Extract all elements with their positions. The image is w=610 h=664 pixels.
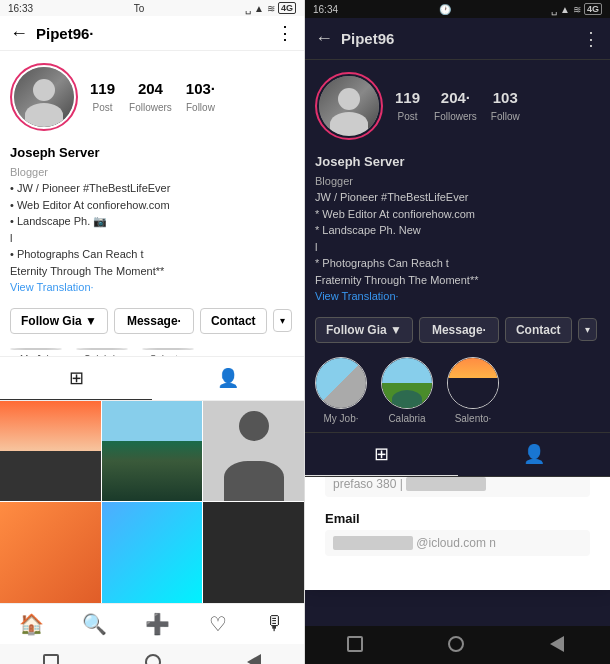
avatar-image-right [319,76,379,136]
bio-name-right: Joseph Server [315,152,600,172]
search-icon-left[interactable]: 🔍 [82,612,107,636]
tab-grid-right[interactable]: ⊞ [305,433,458,476]
status-time-right: 16:34 [313,4,338,15]
follow-button-right[interactable]: Follow Gia ▼ [315,317,413,343]
stats-right: 119 Post 204· Followers 103 Follow [395,89,520,124]
more-button-left[interactable]: ⋮ [276,22,294,44]
highlight-img-salento-right [448,358,498,408]
avatar-right[interactable] [315,72,383,140]
tab-tag-right[interactable]: 👤 [458,433,611,476]
avatar-image-left [14,67,74,127]
tag-icon-right: 👤 [523,443,545,465]
android-nav-right [305,626,610,664]
contact-email-value[interactable]: @icloud.com n [325,530,590,556]
bio-line-1-right: * Web Editor At confiorehow.com [315,206,600,223]
avatar-photo-left [14,67,74,127]
android-square-right[interactable] [347,636,365,654]
stat-followers-right: 204· Followers [434,89,477,124]
status-time-left: 16:33 [8,3,33,14]
bio-line-4-right: * Photographs Can Reach t [315,255,600,272]
tab-bar-left: ⊞ 👤 [0,356,304,401]
bio-line-5-left: Eternity Through The Moment** [10,263,294,280]
photo-cell-2-left[interactable] [102,401,203,502]
grid-icon-right: ⊞ [374,443,389,465]
dropdown-button-left[interactable]: ▾ [273,309,292,332]
highlight-myjob-right[interactable]: My Job· [315,357,367,424]
heart-icon-left[interactable]: ♡ [209,612,227,636]
highlight-calabria-right[interactable]: Calabria [381,357,433,424]
bio-name-left: Joseph Server [10,143,294,163]
android-square-shape-right [347,636,363,652]
action-buttons-right: Follow Gia ▼ Message· Contact ▾ [305,311,610,349]
status-bar-right: 16:34 🕐 ␣ ▲ ≋ 4G [305,0,610,18]
stat-posts-number-left: 119 [90,80,115,97]
mic-icon-left[interactable]: 🎙 [265,612,285,635]
android-circle-right[interactable] [448,636,466,654]
bio-line-3-right: l [315,239,600,256]
highlight-circle-salento-left [142,348,194,350]
4g-badge-right: 4G [584,3,602,15]
highlight-circle-calabria-left [76,348,128,350]
android-triangle-left[interactable] [247,654,261,664]
contact-call-value[interactable]: prefaso 380 | [325,477,590,498]
stat-posts-right: 119 Post [395,89,420,124]
wifi-icon-right: ≋ [573,4,581,15]
stat-followers-label-right: Followers [434,111,477,122]
message-button-right[interactable]: Message· [419,317,499,343]
bio-line-3-left: l [10,230,294,247]
signal-icon-right: ▲ [560,4,570,15]
dropdown-button-right[interactable]: ▾ [578,318,597,341]
nav-bar-right: ← Pipet96 ⋮ [305,18,610,60]
android-square-left[interactable] [43,654,59,664]
left-panel: 16:33 To ␣ ▲ ≋ 4G ← Pipet96· ⋮ 119 Post [0,0,305,664]
contact-overlay: Contact Call prefaso 380 | Email @icloud… [305,477,610,591]
add-icon-left[interactable]: ➕ [145,612,170,636]
wifi-icon: ≋ [267,3,275,14]
tab-grid-left[interactable]: ⊞ [0,357,152,400]
bio-line-4-left: • Photographs Can Reach t [10,246,294,263]
4g-badge: 4G [278,2,296,14]
signal-icon: ▲ [254,3,264,14]
profile-section-right: 119 Post 204· Followers 103 Follow [305,60,610,148]
android-circle-left[interactable] [145,654,161,664]
photo-cell-4-left[interactable] [0,502,101,603]
bio-line-0-right: JW / Pioneer #TheBestLifeEver [315,189,600,206]
stat-following-number-left: 103· [186,80,215,97]
tab-tag-left[interactable]: 👤 [152,357,304,400]
android-triangle-right[interactable] [550,636,568,654]
view-translation-right[interactable]: View Translation· [315,288,600,305]
photo-cell-1-left[interactable] [0,401,101,502]
right-panel: 16:34 🕐 ␣ ▲ ≋ 4G ← Pipet96 ⋮ 119 Post [305,0,610,664]
tag-icon-left: 👤 [217,367,239,389]
back-button-right[interactable]: ← [315,28,333,49]
profile-top-right: 119 Post 204· Followers 103 Follow [315,72,600,140]
photo-cell-5-left[interactable] [102,502,203,603]
contact-button-right[interactable]: Contact [505,317,572,343]
stat-following-label-left: Follow [186,102,215,113]
message-button-left[interactable]: Message· [114,308,194,334]
highlight-label-salento-right: Salento· [455,413,492,424]
stat-posts-label-left: Post [93,102,113,113]
contact-email-suffix: @icloud.com n [416,536,496,550]
bio-role-left: Blogger [10,164,294,181]
photo-grid-left [0,401,304,603]
photo-cell-6-left[interactable] [203,502,304,603]
view-translation-left[interactable]: View Translation· [10,279,294,296]
highlight-salento-right[interactable]: Salento· [447,357,499,424]
stat-following-label-right: Follow [491,111,520,122]
bio-line-1-left: • Web Editor At confiorehow.com [10,197,294,214]
more-button-right[interactable]: ⋮ [582,28,600,50]
bottom-nav-left: 🏠 🔍 ➕ ♡ 🎙 [0,603,304,644]
back-button-left[interactable]: ← [10,23,28,44]
follow-button-left[interactable]: Follow Gia ▼ [10,308,108,334]
status-icons-right: ␣ ▲ ≋ 4G [551,3,602,15]
home-icon-left[interactable]: 🏠 [19,612,44,636]
stat-posts-number-right: 119 [395,89,420,106]
highlight-circle-salento-right [447,357,499,409]
bio-section-right: Joseph Server Blogger JW / Pioneer #TheB… [305,148,610,311]
avatar-left[interactable] [10,63,78,131]
stat-following-number-right: 103 [491,89,520,106]
bio-line-5-right: Fraternity Through The Moment** [315,272,600,289]
photo-cell-3-left[interactable] [203,401,304,502]
contact-button-left[interactable]: Contact [200,308,267,334]
